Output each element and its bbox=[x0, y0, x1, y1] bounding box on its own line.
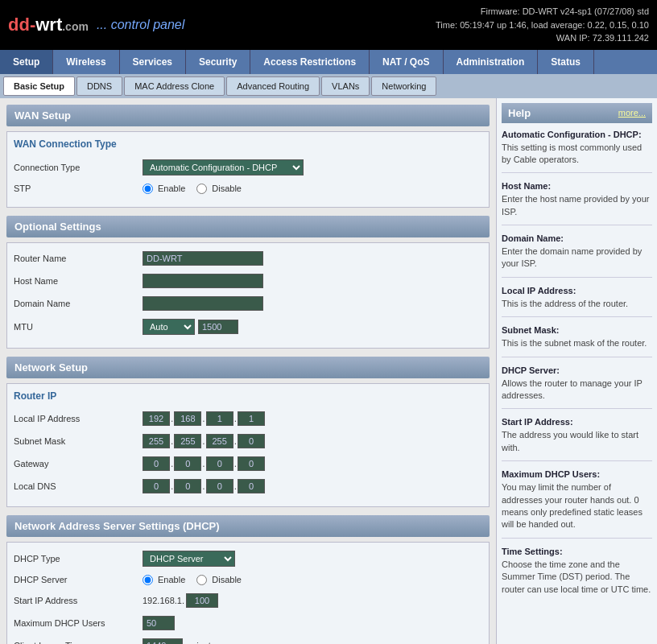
sub-tab-vlans[interactable]: VLANs bbox=[321, 76, 370, 96]
subnet-oct4[interactable] bbox=[238, 434, 265, 448]
dhcp-enable-label: Enable bbox=[158, 575, 185, 584]
help-item-7-title: Maximum DHCP Users: bbox=[502, 469, 652, 479]
wan-connection-type-title: WAN Connection Type bbox=[14, 138, 482, 151]
mtu-label: MTU bbox=[14, 322, 143, 332]
max-dhcp-row: Maximum DHCP Users bbox=[14, 614, 482, 632]
help-item-4-text: This is the subnet mask of the router. bbox=[502, 337, 652, 349]
local-ip-oct3[interactable] bbox=[206, 411, 233, 426]
local-ip-oct2[interactable] bbox=[174, 411, 201, 426]
help-item-8-title: Time Settings: bbox=[502, 547, 652, 556]
router-name-input[interactable] bbox=[143, 251, 263, 266]
connection-type-select[interactable]: Automatic Configuration - DHCP Static IP… bbox=[143, 159, 304, 175]
gateway-oct3[interactable] bbox=[206, 456, 233, 471]
stp-control: Enable Disable bbox=[143, 184, 250, 194]
help-item-8: Time Settings: Choose the time zone and … bbox=[502, 547, 652, 602]
subnet-oct2[interactable] bbox=[174, 434, 201, 448]
sub-nav: Basic Setup DDNS MAC Address Clone Advan… bbox=[0, 74, 657, 98]
subnet-oct3[interactable] bbox=[206, 434, 233, 448]
dhcp-type-label: DHCP Type bbox=[14, 554, 143, 564]
help-more-link[interactable]: more... bbox=[618, 108, 646, 118]
nav-tab-setup[interactable]: Setup bbox=[0, 50, 53, 74]
help-item-8-text: Choose the time zone and the Summer Time… bbox=[502, 559, 652, 596]
sub-tab-basic-setup[interactable]: Basic Setup bbox=[3, 76, 75, 96]
gateway-row: Gateway . . . bbox=[14, 455, 482, 473]
nav-tab-wireless[interactable]: Wireless bbox=[53, 50, 119, 74]
local-dns-control: . . . bbox=[143, 479, 265, 493]
max-dhcp-input[interactable] bbox=[143, 616, 175, 630]
help-item-3: Local IP Address: This is the address of… bbox=[502, 286, 652, 317]
gateway-oct1[interactable] bbox=[143, 456, 170, 471]
local-dns-group: . . . bbox=[143, 479, 265, 493]
help-item-6-title: Start IP Address: bbox=[502, 417, 652, 427]
mtu-value-input[interactable] bbox=[198, 320, 238, 334]
mtu-row: MTU Auto Manual bbox=[14, 317, 482, 336]
local-dns-oct1[interactable] bbox=[143, 479, 170, 493]
nav-tab-security[interactable]: Security bbox=[186, 50, 250, 74]
minutes-label: minutes bbox=[189, 641, 221, 645]
stp-enable-radio[interactable] bbox=[143, 184, 153, 194]
nav-tab-administration[interactable]: Administration bbox=[444, 50, 539, 74]
gateway-group: . . . bbox=[143, 456, 265, 471]
help-item-6: Start IP Address: The address you would … bbox=[502, 417, 652, 461]
dhcp-disable-label: Disable bbox=[212, 575, 242, 584]
lease-time-input[interactable] bbox=[143, 638, 183, 645]
wan-setup-header: WAN Setup bbox=[6, 105, 490, 126]
local-dns-oct4[interactable] bbox=[238, 479, 265, 493]
help-item-1-title: Host Name: bbox=[502, 181, 652, 191]
start-ip-group: 192.168.1. bbox=[143, 593, 218, 608]
stp-row: STP Enable Disable bbox=[14, 182, 482, 196]
local-ip-group: . . . bbox=[143, 411, 265, 426]
local-ip-oct4[interactable] bbox=[238, 411, 265, 426]
start-ip-last-input[interactable] bbox=[186, 593, 218, 608]
domain-name-input[interactable] bbox=[143, 296, 263, 311]
gateway-oct4[interactable] bbox=[238, 456, 265, 471]
dhcp-type-row: DHCP Type DHCP Server DHCP Forwarder Dis… bbox=[14, 549, 482, 568]
help-item-5-title: DHCP Server: bbox=[502, 365, 652, 375]
gateway-oct2[interactable] bbox=[174, 456, 201, 471]
help-panel: Help more... Automatic Configuration - D… bbox=[496, 98, 657, 645]
start-ip-label: Start IP Address bbox=[14, 596, 143, 605]
nav-tab-services[interactable]: Services bbox=[120, 50, 186, 74]
mtu-type-select[interactable]: Auto Manual bbox=[143, 319, 195, 335]
stp-disable-radio[interactable] bbox=[196, 184, 207, 194]
wan-setup-body: WAN Connection Type Connection Type Auto… bbox=[6, 131, 490, 208]
dhcp-type-select[interactable]: DHCP Server DHCP Forwarder Disabled bbox=[143, 551, 235, 567]
sub-tab-networking[interactable]: Networking bbox=[371, 76, 436, 96]
local-dns-oct3[interactable] bbox=[206, 479, 233, 493]
max-dhcp-label: Maximum DHCP Users bbox=[14, 618, 143, 628]
wan-ip-line: WAN IP: 72.39.111.242 bbox=[436, 31, 649, 45]
lease-time-label: Client Lease Time bbox=[14, 641, 143, 645]
domain-name-control bbox=[143, 296, 263, 311]
router-name-control bbox=[143, 251, 263, 266]
nav-tab-status[interactable]: Status bbox=[538, 50, 594, 74]
host-name-row: Host Name bbox=[14, 272, 482, 290]
help-item-1-text: Enter the host name provided by your ISP… bbox=[502, 193, 652, 218]
nav-tab-nat-qos[interactable]: NAT / QoS bbox=[370, 50, 443, 74]
subnet-oct1[interactable] bbox=[143, 434, 170, 448]
control-panel-text: ... control panel bbox=[97, 18, 184, 32]
header: dd-wrt.com ... control panel Firmware: D… bbox=[0, 0, 657, 50]
logo-dd: dd bbox=[8, 14, 30, 35]
help-item-1: Host Name: Enter the host name provided … bbox=[502, 181, 652, 225]
help-item-3-text: This is the address of the router. bbox=[502, 298, 652, 310]
nav-tab-access-restrictions[interactable]: Access Restrictions bbox=[250, 50, 370, 74]
lease-time-row: Client Lease Time minutes bbox=[14, 637, 482, 645]
mtu-control: Auto Manual bbox=[143, 319, 238, 335]
dhcp-disable-radio[interactable] bbox=[196, 575, 207, 585]
time-line: Time: 05:19:47 up 1:46, load average: 0.… bbox=[436, 19, 649, 32]
help-item-7: Maximum DHCP Users: You may limit the nu… bbox=[502, 469, 652, 539]
dhcp-enable-radio[interactable] bbox=[143, 575, 153, 585]
help-item-0-title: Automatic Configuration - DHCP: bbox=[502, 130, 652, 139]
optional-settings-body: Router Name Host Name Domain Name MTU bbox=[6, 242, 490, 349]
sub-tab-ddns[interactable]: DDNS bbox=[76, 76, 122, 96]
logo-wrt: wrt bbox=[35, 14, 62, 35]
optional-settings-header: Optional Settings bbox=[6, 216, 490, 237]
local-ip-oct1[interactable] bbox=[143, 411, 170, 426]
dhcp-settings-body: DHCP Type DHCP Server DHCP Forwarder Dis… bbox=[6, 542, 490, 645]
subnet-mask-label: Subnet Mask bbox=[14, 436, 143, 446]
sub-tab-advanced-routing[interactable]: Advanced Routing bbox=[226, 76, 320, 96]
local-dns-oct2[interactable] bbox=[174, 479, 201, 493]
help-item-3-title: Local IP Address: bbox=[502, 286, 652, 295]
sub-tab-mac-address-clone[interactable]: MAC Address Clone bbox=[124, 76, 225, 96]
host-name-input[interactable] bbox=[143, 274, 263, 288]
